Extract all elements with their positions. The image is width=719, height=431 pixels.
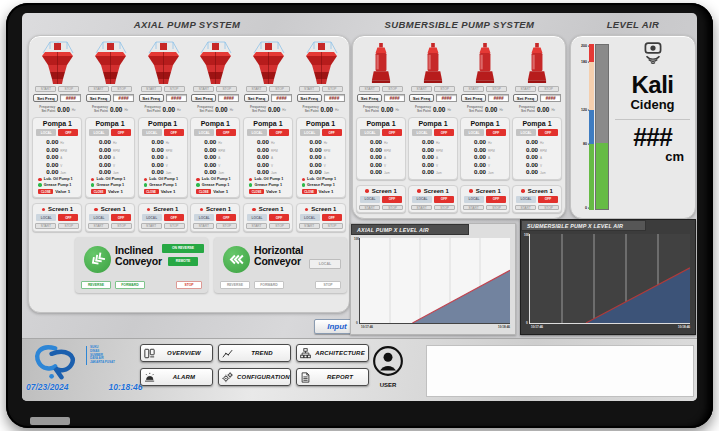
valve-close-button[interactable]: CLOSE bbox=[91, 189, 106, 195]
pump-start-button[interactable]: START bbox=[299, 86, 320, 92]
screen-off-button[interactable]: OFF bbox=[111, 214, 131, 221]
valve-close-button[interactable]: CLOSE bbox=[249, 189, 264, 195]
screen-local-button[interactable]: LOCAL bbox=[360, 196, 380, 203]
pump-local-button[interactable]: LOCAL bbox=[360, 129, 380, 136]
configuration-button[interactable]: CONFIGURATION bbox=[218, 368, 291, 386]
screen-start-button[interactable]: START bbox=[35, 223, 56, 229]
screen-stop-button[interactable]: STOP bbox=[269, 223, 290, 229]
pump-start-button[interactable]: START bbox=[515, 86, 536, 92]
pump-off-button[interactable]: OFF bbox=[434, 129, 454, 136]
pump-start-button[interactable]: START bbox=[88, 86, 109, 92]
alarm-button[interactable]: ALARM bbox=[140, 368, 213, 386]
pump-off-button[interactable]: OFF bbox=[382, 129, 402, 136]
trend-button[interactable]: TREND bbox=[218, 344, 291, 362]
user-button[interactable]: USER bbox=[368, 345, 408, 388]
freq-setpoint-input[interactable]: #### bbox=[324, 94, 345, 102]
screen-off-button[interactable]: OFF bbox=[538, 196, 558, 203]
screen-local-button[interactable]: LOCAL bbox=[300, 214, 320, 221]
screen-local-button[interactable]: LOCAL bbox=[412, 196, 432, 203]
screen-start-button[interactable]: START bbox=[246, 223, 267, 229]
pump-stop-button[interactable]: STOP bbox=[58, 86, 79, 92]
set-freq-button[interactable]: Set Freq bbox=[191, 94, 216, 102]
overview-button[interactable]: OVERVIEW bbox=[140, 344, 213, 362]
inclined-forward-button[interactable]: FORWARD bbox=[115, 281, 145, 289]
pump-stop-button[interactable]: STOP bbox=[164, 86, 185, 92]
horizontal-local-button[interactable]: LOCAL bbox=[309, 259, 341, 269]
pump-stop-button[interactable]: STOP bbox=[216, 86, 237, 92]
pump-local-button[interactable]: LOCAL bbox=[142, 129, 162, 136]
screen-stop-button[interactable]: STOP bbox=[538, 205, 559, 211]
set-freq-button[interactable]: Set Freq bbox=[409, 94, 434, 102]
screen-local-button[interactable]: LOCAL bbox=[89, 214, 109, 221]
screen-start-button[interactable]: START bbox=[88, 223, 109, 229]
valve-close-button[interactable]: CLOSE bbox=[144, 189, 159, 195]
pump-off-button[interactable]: OFF bbox=[111, 129, 131, 136]
pump-start-button[interactable]: START bbox=[463, 86, 484, 92]
screen-local-button[interactable]: LOCAL bbox=[36, 214, 56, 221]
screen-local-button[interactable]: LOCAL bbox=[516, 196, 536, 203]
screen-start-button[interactable]: START bbox=[515, 205, 536, 211]
screen-off-button[interactable]: OFF bbox=[164, 214, 184, 221]
screen-off-button[interactable]: OFF bbox=[322, 214, 342, 221]
set-freq-button[interactable]: Set Freq bbox=[86, 94, 111, 102]
pump-stop-button[interactable]: STOP bbox=[486, 86, 507, 92]
screen-stop-button[interactable]: STOP bbox=[382, 205, 403, 211]
pump-off-button[interactable]: OFF bbox=[538, 129, 558, 136]
pump-stop-button[interactable]: STOP bbox=[269, 86, 290, 92]
pump-stop-button[interactable]: STOP bbox=[434, 86, 455, 92]
horizontal-stop-button[interactable]: STOP bbox=[315, 281, 341, 289]
set-freq-button[interactable]: Set Freq bbox=[513, 94, 538, 102]
screen-off-button[interactable]: OFF bbox=[434, 196, 454, 203]
freq-setpoint-input[interactable]: #### bbox=[113, 94, 134, 102]
screen-stop-button[interactable]: STOP bbox=[216, 223, 237, 229]
pump-local-button[interactable]: LOCAL bbox=[300, 129, 320, 136]
pump-local-button[interactable]: LOCAL bbox=[464, 129, 484, 136]
pump-off-button[interactable]: OFF bbox=[58, 129, 78, 136]
pump-off-button[interactable]: OFF bbox=[216, 129, 236, 136]
screen-stop-button[interactable]: STOP bbox=[58, 223, 79, 229]
set-freq-button[interactable]: Set Freq bbox=[297, 94, 322, 102]
horizontal-forward-button[interactable]: FORWARD bbox=[254, 281, 284, 289]
set-freq-button[interactable]: Set Freq bbox=[244, 94, 269, 102]
pump-off-button[interactable]: OFF bbox=[269, 129, 289, 136]
screen-off-button[interactable]: OFF bbox=[486, 196, 506, 203]
screen-stop-button[interactable]: STOP bbox=[486, 205, 507, 211]
report-button[interactable]: REPORT bbox=[296, 368, 369, 386]
pump-off-button[interactable]: OFF bbox=[486, 129, 506, 136]
freq-setpoint-input[interactable]: #### bbox=[271, 94, 292, 102]
horizontal-reverse-button[interactable]: REVERSE bbox=[220, 281, 250, 289]
pump-start-button[interactable]: START bbox=[246, 86, 267, 92]
pump-off-button[interactable]: OFF bbox=[322, 129, 342, 136]
screen-start-button[interactable]: START bbox=[463, 205, 484, 211]
freq-setpoint-input[interactable]: #### bbox=[540, 94, 561, 102]
pump-stop-button[interactable]: STOP bbox=[538, 86, 559, 92]
screen-local-button[interactable]: LOCAL bbox=[464, 196, 484, 203]
pump-local-button[interactable]: LOCAL bbox=[89, 129, 109, 136]
pump-local-button[interactable]: LOCAL bbox=[36, 129, 56, 136]
valve-close-button[interactable]: CLOSE bbox=[196, 189, 211, 195]
pump-start-button[interactable]: START bbox=[193, 86, 214, 92]
screen-off-button[interactable]: OFF bbox=[382, 196, 402, 203]
freq-setpoint-input[interactable]: #### bbox=[384, 94, 405, 102]
screen-local-button[interactable]: LOCAL bbox=[247, 214, 267, 221]
screen-start-button[interactable]: START bbox=[141, 223, 162, 229]
pump-stop-button[interactable]: STOP bbox=[382, 86, 403, 92]
valve-close-button[interactable]: CLOSE bbox=[302, 189, 317, 195]
set-freq-button[interactable]: Set Freq bbox=[357, 94, 382, 102]
freq-setpoint-input[interactable]: #### bbox=[488, 94, 509, 102]
screen-off-button[interactable]: OFF bbox=[269, 214, 289, 221]
screen-off-button[interactable]: OFF bbox=[216, 214, 236, 221]
pump-start-button[interactable]: START bbox=[359, 86, 380, 92]
freq-setpoint-input[interactable]: #### bbox=[60, 94, 81, 102]
freq-setpoint-input[interactable]: #### bbox=[166, 94, 187, 102]
screen-stop-button[interactable]: STOP bbox=[322, 223, 343, 229]
pump-start-button[interactable]: START bbox=[411, 86, 432, 92]
pump-local-button[interactable]: LOCAL bbox=[194, 129, 214, 136]
pump-start-button[interactable]: START bbox=[141, 86, 162, 92]
pump-local-button[interactable]: LOCAL bbox=[247, 129, 267, 136]
pump-stop-button[interactable]: STOP bbox=[322, 86, 343, 92]
pump-local-button[interactable]: LOCAL bbox=[516, 129, 536, 136]
screen-start-button[interactable]: START bbox=[411, 205, 432, 211]
screen-local-button[interactable]: LOCAL bbox=[194, 214, 214, 221]
freq-setpoint-input[interactable]: #### bbox=[436, 94, 457, 102]
